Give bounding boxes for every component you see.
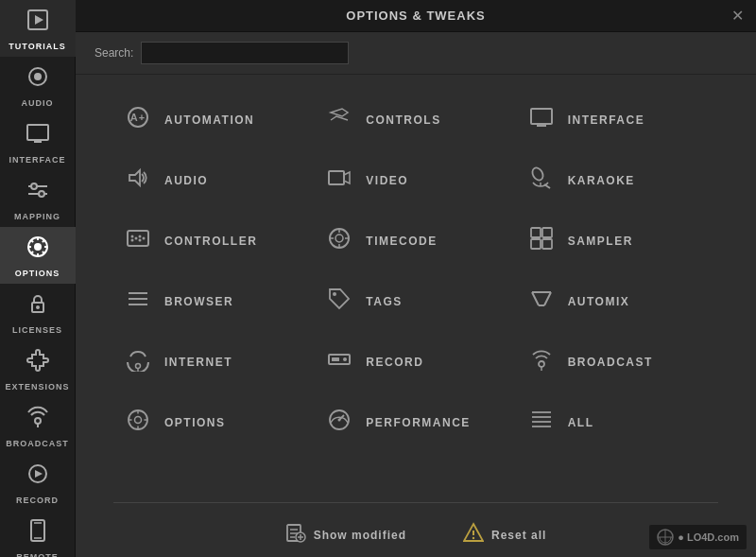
sidebar-item-mapping[interactable]: MAPPING (0, 170, 76, 227)
automation-icon: A+ (123, 105, 153, 135)
record-grid-label: RECORD (366, 356, 423, 369)
sidebar-item-remote[interactable]: REMOTE (0, 511, 76, 557)
svg-point-44 (139, 235, 142, 238)
grid-item-performance[interactable]: PERFORMANCE (315, 396, 516, 449)
performance-icon (324, 408, 354, 438)
grid-item-video[interactable]: VIDEO (315, 154, 516, 207)
video-icon (324, 165, 354, 196)
svg-line-17 (31, 240, 33, 242)
svg-rect-35 (329, 171, 344, 184)
browser-label: BROWSER (164, 295, 233, 308)
broadcast-sidebar-icon (25, 404, 51, 436)
options-sidebar-icon (25, 234, 51, 266)
grid-item-options[interactable]: OPTIONS (113, 396, 315, 449)
audio-label: AUDIO (164, 174, 208, 187)
sidebar-item-audio[interactable]: AUDIO (0, 57, 76, 113)
grid-item-audio[interactable]: AUDIO (113, 154, 315, 207)
record-sidebar-label: RECORD (16, 496, 59, 505)
mapping-label: MAPPING (14, 212, 60, 221)
controller-icon (123, 226, 153, 256)
grid-item-browser[interactable]: BROWSER (113, 275, 315, 328)
watermark-icon (657, 529, 674, 546)
broadcast-grid-label: BROADCAST (568, 356, 653, 369)
svg-point-65 (135, 417, 142, 424)
broadcast-grid-icon (526, 347, 557, 377)
grid-item-tags[interactable]: TAGS (315, 275, 516, 328)
svg-point-43 (135, 237, 138, 240)
watermark: ● LO4D.com (649, 525, 747, 549)
svg-point-56 (333, 292, 336, 296)
sidebar-item-options[interactable]: OPTIONS (0, 227, 76, 284)
grid-item-interface[interactable]: INTERFACE (517, 94, 718, 147)
grid-item-internet[interactable]: INTERNET (113, 336, 315, 389)
svg-rect-60 (332, 357, 339, 361)
grid-item-controls[interactable]: CONTROLS (315, 94, 516, 147)
grid-item-sampler[interactable]: SAMPLER (517, 215, 718, 268)
svg-point-62 (539, 361, 544, 367)
tags-icon (324, 287, 354, 317)
svg-point-3 (34, 73, 42, 80)
svg-rect-52 (542, 239, 552, 249)
grid-item-all[interactable]: ALL (517, 396, 718, 449)
grid-item-controller[interactable]: CONTROLLER (113, 215, 315, 268)
automix-icon (526, 287, 557, 317)
svg-point-48 (335, 235, 343, 242)
mapping-icon (25, 177, 51, 209)
sidebar-item-extensions[interactable]: EXTENSIONS (0, 340, 76, 397)
sidebar-item-broadcast[interactable]: BROADCAST (0, 397, 76, 454)
search-label: Search: (94, 46, 133, 60)
svg-point-22 (36, 305, 40, 309)
window-title: OPTIONS & TWEAKS (346, 9, 485, 23)
main-content: OPTIONS & TWEAKS ✕ Search: A+ AUTOMATION (76, 0, 756, 557)
reset-all-button[interactable]: Reset all (463, 522, 546, 548)
grid-item-karaoke[interactable]: KARAOKE (517, 154, 718, 207)
svg-point-72 (338, 419, 341, 422)
internet-label: INTERNET (164, 356, 232, 369)
sidebar-item-record[interactable]: RECORD (0, 454, 76, 511)
search-input[interactable] (141, 42, 349, 64)
interface-label: INTERFACE (568, 113, 645, 127)
performance-label: PERFORMANCE (366, 416, 471, 429)
automix-label: AUTOMIX (568, 295, 630, 308)
grid-item-record[interactable]: RECORD (315, 336, 516, 389)
timecode-label: TIMECODE (366, 235, 437, 248)
svg-point-9 (31, 183, 37, 189)
svg-line-18 (42, 251, 43, 252)
grid-item-timecode[interactable]: TIMECODE (315, 215, 516, 268)
svg-point-37 (530, 165, 545, 182)
svg-line-20 (31, 251, 33, 252)
options-sidebar-label: OPTIONS (15, 269, 60, 278)
remote-label: REMOTE (16, 552, 59, 558)
svg-point-41 (131, 235, 134, 238)
controls-icon (324, 105, 354, 135)
grid-item-broadcast[interactable]: BROADCAST (517, 336, 718, 389)
all-label: ALL (568, 416, 594, 429)
sidebar-item-interface[interactable]: INTERFACE (0, 113, 76, 170)
grid-item-automation[interactable]: A+ AUTOMATION (113, 94, 315, 147)
svg-point-45 (139, 239, 142, 242)
grid-item-automix[interactable]: AUTOMIX (517, 275, 718, 328)
svg-point-57 (136, 364, 141, 369)
tutorials-label: TUTORIALS (9, 42, 65, 51)
close-button[interactable]: ✕ (728, 7, 747, 26)
search-bar: Search: (76, 32, 756, 75)
licenses-icon (25, 290, 51, 322)
svg-point-86 (472, 537, 474, 539)
audio-grid-icon (123, 165, 153, 196)
sidebar-item-tutorials[interactable]: TUTORIALS (0, 0, 76, 57)
svg-line-19 (42, 240, 43, 242)
svg-point-42 (131, 239, 134, 242)
show-modified-icon (285, 522, 306, 548)
audio-icon (25, 63, 51, 96)
options-grid-label: OPTIONS (164, 416, 226, 429)
svg-point-23 (35, 418, 41, 424)
sampler-icon (526, 226, 557, 256)
svg-rect-50 (542, 228, 552, 237)
svg-text:A+: A+ (130, 112, 146, 123)
record-sidebar-icon (25, 461, 51, 493)
svg-point-61 (343, 357, 347, 361)
show-modified-button[interactable]: Show modified (285, 522, 406, 548)
sidebar: TUTORIALS AUDIO INTERFACE (0, 0, 76, 557)
interface-grid-icon (526, 105, 557, 135)
sidebar-item-licenses[interactable]: LICENSES (0, 284, 76, 340)
